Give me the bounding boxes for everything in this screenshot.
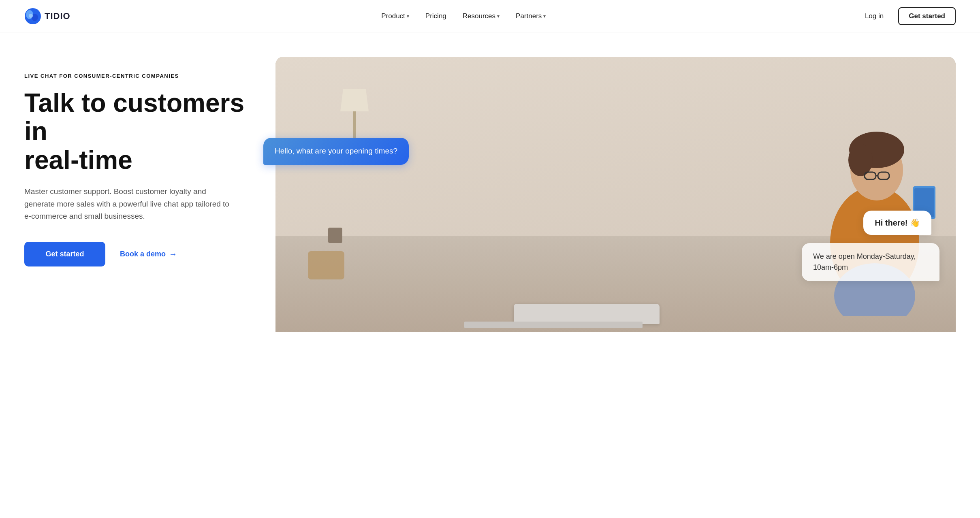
nav-item-partners[interactable]: Partners ▾ xyxy=(509,9,552,23)
lamp-shade xyxy=(340,89,369,111)
chevron-down-icon: ▾ xyxy=(497,13,500,19)
tidio-logo-icon xyxy=(24,8,41,25)
hero-title: Talk to customers in real-time xyxy=(24,89,259,174)
lamp xyxy=(340,89,369,144)
chat-bubble-question: Hello, what are your opening times? xyxy=(263,138,409,165)
nav-item-pricing[interactable]: Pricing xyxy=(419,9,453,23)
photo-bg xyxy=(275,57,956,332)
hero-image xyxy=(275,57,956,332)
login-button[interactable]: Log in xyxy=(857,8,892,24)
navbar: TIDIO Product ▾ Pricing Resources ▾ Part… xyxy=(0,0,980,32)
hero-cta: Get started Book a demo → xyxy=(24,242,259,266)
nav-actions: Log in Get started xyxy=(857,7,956,25)
nav-links: Product ▾ Pricing Resources ▾ Partners ▾ xyxy=(375,9,552,23)
hero-section: LIVE CHAT FOR CONSUMER-CENTRIC COMPANIES… xyxy=(0,32,980,518)
laptop xyxy=(514,304,660,324)
hero-right: Hello, what are your opening times? Hi t… xyxy=(275,57,956,332)
logo-text: TIDIO xyxy=(45,11,70,21)
hero-left: LIVE CHAT FOR CONSUMER-CENTRIC COMPANIES… xyxy=(24,57,259,266)
chat-bubble-greeting: Hi there! 👋 xyxy=(863,211,931,235)
svg-point-3 xyxy=(29,14,33,18)
chevron-down-icon: ▾ xyxy=(543,13,546,19)
svg-point-8 xyxy=(848,144,873,176)
laptop-base xyxy=(464,322,643,328)
hero-subtitle: Master customer support. Boost customer … xyxy=(24,185,235,222)
nav-item-resources[interactable]: Resources ▾ xyxy=(456,9,506,23)
mug xyxy=(328,228,342,243)
arrow-icon: → xyxy=(169,249,177,259)
hero-tag: LIVE CHAT FOR CONSUMER-CENTRIC COMPANIES xyxy=(24,73,259,79)
chat-bubble-hours: We are open Monday-Saturday, 10am-6pm xyxy=(802,243,939,281)
chevron-down-icon: ▾ xyxy=(407,13,409,19)
logo-link[interactable]: TIDIO xyxy=(24,8,70,25)
nav-item-product[interactable]: Product ▾ xyxy=(375,9,416,23)
book-demo-link[interactable]: Book a demo → xyxy=(120,249,177,259)
basket xyxy=(308,251,344,279)
get-started-nav-button[interactable]: Get started xyxy=(898,7,956,25)
get-started-button[interactable]: Get started xyxy=(24,242,105,266)
